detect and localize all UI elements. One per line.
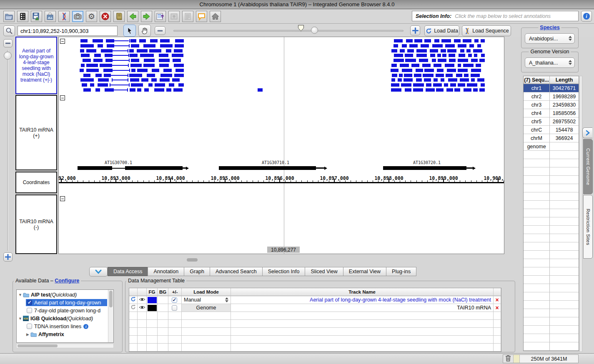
tree-row-affymetrix[interactable]: ▶Affymetrix [18,330,107,338]
sequence-row-chr5[interactable]: chr526975502 [524,117,579,126]
save-image-button[interactable] [31,11,42,22]
load-data-button[interactable]: Load Data [424,25,459,36]
tab-selection-info[interactable]: Selection Info [262,267,306,276]
sequence-row-chr3[interactable]: chr323459830 [524,101,579,109]
load-sequence-button[interactable]: Load Sequence [462,25,511,36]
checked-checkbox[interactable] [172,297,177,303]
tab-external-view[interactable]: External View [343,267,386,276]
tree-row-7-day-old-plate-grown-long-d[interactable]: 7-day-old plate-grown long-d [18,307,107,314]
unchecked-checkbox[interactable] [172,305,177,311]
track-label-mrna-plus[interactable]: TAIR10 mRNA (+) [15,95,57,170]
caret-right-icon[interactable]: ▶ [25,332,30,337]
filmstrip-button[interactable] [17,11,28,22]
tab-restriction-sites[interactable]: Restriction Sites [583,195,593,259]
strand-cell[interactable] [168,296,182,304]
unchecked-checkbox[interactable] [27,324,32,329]
minimize-tabs-button[interactable] [89,267,108,277]
vertical-slider-thumb[interactable] [4,52,12,60]
sequence-row-chr1[interactable]: chr130427671 [524,84,579,92]
panel-export-button[interactable] [168,11,180,22]
tab-current-genome[interactable]: Current Genome [583,139,593,194]
info-button[interactable]: i [581,11,592,22]
scripts-book-button[interactable] [113,11,125,22]
slider-track[interactable] [173,30,404,32]
vertical-zoom-in-button[interactable] [3,252,13,262]
collapse-sidebar-button[interactable] [582,127,592,138]
info-icon[interactable]: i [83,324,88,329]
track-label-mrna-minus[interactable]: TAIR10 mRNA (-) [15,194,57,254]
collapse-track-button[interactable] [60,39,65,44]
selection-info-box[interactable]: Selection Info: Click the map below to s… [412,11,579,21]
load-mode-cell[interactable]: Genome [182,304,231,312]
document-button[interactable] [182,11,193,22]
horizontal-zoom-slider[interactable] [168,24,409,37]
zoom-in-button[interactable] [410,25,420,35]
delete-track-button[interactable]: × [494,296,501,304]
home-button[interactable] [210,11,221,22]
vertical-zoom-out-button[interactable] [3,39,13,47]
refresh-track-button[interactable] [129,296,138,304]
dna-helix-button[interactable] [58,11,70,22]
load-mode-cell[interactable]: Manual [182,296,231,304]
foreground-color-cell[interactable] [147,304,158,312]
select-tool-button[interactable] [123,25,136,37]
sequence-row-chrM[interactable]: chrM366924 [524,134,579,142]
collapse-track-button[interactable] [60,196,65,201]
pan-tool-button[interactable] [138,25,151,37]
track-label-reads[interactable]: Aerial part of long-day-grown 4-leaf-sta… [15,37,57,94]
foreground-color-cell[interactable] [147,296,158,304]
tab-sliced-view[interactable]: Sliced View [305,267,343,276]
tree-horizontal-scrollbar[interactable] [16,344,114,348]
configure-link[interactable]: Configure [55,278,79,284]
tab-annotation[interactable]: Annotation [148,267,184,276]
tree-row-aerial-part-of-long-day-grown[interactable]: Aerial part of long-day-grown [18,299,107,307]
caret-down-icon[interactable]: ▼ [18,293,23,297]
camera-snapshot-button[interactable] [72,11,83,22]
feedback-bubble-button[interactable] [196,11,207,22]
show-hide-track-button[interactable] [138,296,147,304]
location-input[interactable] [18,26,118,36]
tree-row-tdna-insertion-lines[interactable]: TDNA insertion linesi [18,322,107,330]
refresh-track-button[interactable] [129,304,138,312]
garbage-collect-button[interactable] [503,355,513,363]
show-hide-track-button[interactable] [138,304,147,312]
strand-cell[interactable] [168,304,182,312]
background-color-cell[interactable] [158,304,168,312]
back-arrow-button[interactable] [127,11,138,22]
zoom-out-button[interactable] [155,26,165,35]
genome-map[interactable]: AT1G30700.1AT1G30710.1AT1G30720.1 10,892… [58,37,504,254]
export-list-button[interactable] [155,11,166,22]
tree-row-aip-test[interactable]: ▼AIP test (Quickload) [18,291,107,299]
background-color-cell[interactable] [158,296,168,304]
sequence-row-genome[interactable]: genome [524,142,579,151]
track-label-coordinates[interactable]: Coordinates [15,172,57,193]
preferences-gear-button[interactable]: ⚙ [86,11,97,22]
sequence-row-chr4[interactable]: chr418585056 [524,109,579,117]
sequence-row-chrC[interactable]: chrC154478 [524,126,579,134]
map-horizontal-scrollbar[interactable] [187,258,198,262]
tab-plug-ins[interactable]: Plug-ins [386,267,416,276]
caret-down-icon[interactable]: ▼ [18,317,23,321]
tab-data-access[interactable]: Data Access [108,267,148,276]
delete-track-button[interactable]: × [494,304,501,312]
open-file-button[interactable] [3,11,15,22]
species-legend[interactable]: Species [538,25,561,30]
collapse-track-button[interactable] [60,95,65,100]
forward-arrow-button[interactable] [141,11,152,22]
checked-checkbox[interactable] [27,300,32,305]
genome-version-select[interactable]: A_thaliana... [525,57,575,68]
sequence-row-chr2[interactable]: chr219698289 [524,92,579,101]
tree-item[interactable]: TDNA insertion linesi [26,323,107,330]
species-select[interactable]: Arabidopsi... [525,33,575,44]
slider-thumb[interactable] [311,27,318,34]
vertical-slider-track[interactable] [7,50,8,251]
search-button[interactable] [3,25,15,36]
unchecked-checkbox[interactable] [27,308,32,313]
tree-row-igb-quickload[interactable]: ▼IGBIGB Quickload (Quickload) [18,314,107,322]
stop-button[interactable] [100,11,111,22]
tab-graph[interactable]: Graph [184,267,210,276]
tree-item[interactable]: Aerial part of long-day-grown [26,299,107,306]
tree-vertical-scrollbar[interactable] [108,290,113,342]
sidebar-scrollbar[interactable] [579,76,582,352]
tab-advanced-search[interactable]: Advanced Search [210,267,263,276]
